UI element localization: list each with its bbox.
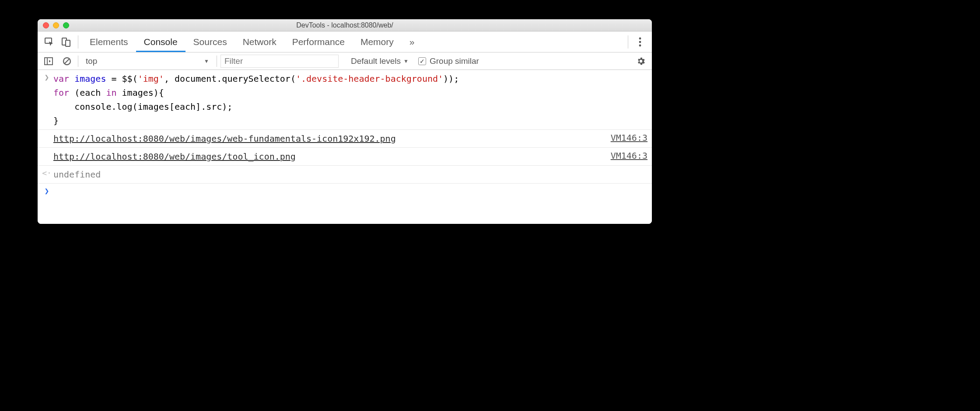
svg-point-4 — [639, 41, 641, 43]
levels-label: Default levels — [351, 56, 401, 66]
devtools-tabbar: Elements Console Sources Network Perform… — [38, 31, 652, 52]
return-value: undefined — [53, 167, 648, 181]
execution-context-select[interactable]: top ▼ — [82, 55, 213, 67]
dropdown-triangle-icon: ▼ — [403, 58, 409, 64]
tabs-overflow-icon[interactable]: » — [402, 31, 423, 52]
svg-line-9 — [65, 59, 70, 63]
log-levels-select[interactable]: Default levels ▼ — [351, 56, 409, 66]
return-chevron-icon: <· — [40, 167, 53, 178]
separator — [628, 35, 628, 49]
svg-point-5 — [639, 44, 641, 46]
tab-elements[interactable]: Elements — [82, 31, 136, 52]
filter-input[interactable] — [220, 55, 339, 68]
tab-network[interactable]: Network — [235, 31, 284, 52]
console-settings-icon[interactable] — [634, 54, 648, 69]
log-message-link[interactable]: http://localhost:8080/web/images/web-fun… — [53, 133, 396, 144]
inspect-element-icon[interactable] — [41, 34, 58, 50]
entered-code: var images = $$('img', document.querySel… — [53, 72, 648, 128]
tab-memory[interactable]: Memory — [353, 31, 402, 52]
log-source-link[interactable]: VM146:3 — [611, 132, 648, 143]
toggle-sidebar-icon[interactable] — [41, 54, 56, 69]
kebab-menu-icon[interactable] — [632, 34, 648, 50]
clear-console-icon[interactable] — [60, 54, 74, 69]
window-controls — [43, 22, 69, 28]
console-prompt-row[interactable]: ❯ — [38, 184, 652, 197]
separator — [78, 35, 78, 49]
svg-rect-2 — [66, 40, 70, 46]
log-source-link[interactable]: VM146:3 — [611, 150, 648, 161]
tab-console[interactable]: Console — [136, 31, 186, 52]
console-toolbar: top ▼ Default levels ▼ ✓ Group similar — [38, 52, 652, 70]
devtools-window: DevTools - localhost:8080/web/ Elements … — [38, 19, 652, 224]
dropdown-triangle-icon: ▼ — [204, 58, 209, 64]
console-output[interactable]: ❯ var images = $$('img', document.queryS… — [38, 70, 652, 224]
console-input-row: ❯ var images = $$('img', document.queryS… — [38, 70, 652, 130]
console-log-row: http://localhost:8080/web/images/tool_ic… — [38, 148, 652, 166]
console-return-row: <· undefined — [38, 166, 652, 184]
device-toolbar-icon[interactable] — [58, 34, 74, 50]
tab-performance[interactable]: Performance — [284, 31, 353, 52]
prompt-chevron-icon: ❯ — [40, 185, 53, 195]
checkbox-checked-icon: ✓ — [418, 57, 426, 65]
group-similar-toggle[interactable]: ✓ Group similar — [418, 56, 479, 66]
context-label: top — [86, 56, 97, 66]
tab-sources[interactable]: Sources — [186, 31, 235, 52]
minimize-window-button[interactable] — [53, 22, 59, 28]
close-window-button[interactable] — [43, 22, 49, 28]
zoom-window-button[interactable] — [63, 22, 69, 28]
input-chevron-icon: ❯ — [40, 72, 53, 82]
svg-rect-6 — [45, 58, 52, 65]
titlebar: DevTools - localhost:8080/web/ — [38, 19, 652, 31]
separator — [78, 56, 78, 67]
console-log-row: http://localhost:8080/web/images/web-fun… — [38, 130, 652, 148]
group-similar-label: Group similar — [430, 56, 479, 66]
window-title: DevTools - localhost:8080/web/ — [38, 21, 652, 29]
svg-point-3 — [639, 37, 641, 39]
log-message-link[interactable]: http://localhost:8080/web/images/tool_ic… — [53, 151, 296, 162]
separator — [217, 56, 217, 67]
